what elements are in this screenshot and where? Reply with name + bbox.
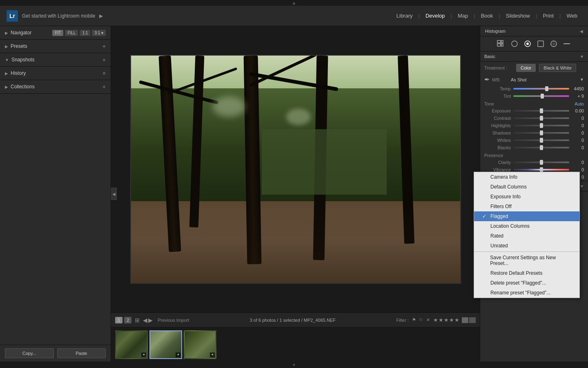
shadows-track[interactable] — [513, 132, 569, 134]
filmstrip-nav-arrows: ◀ ▶ — [143, 317, 153, 323]
menu-flagged[interactable]: ✓ Flagged — [474, 211, 579, 221]
highlights-thumb[interactable] — [540, 123, 543, 128]
thumb-2-badge: ✦ — [176, 352, 180, 357]
nav-library[interactable]: Library — [392, 11, 417, 20]
temp-thumb[interactable] — [545, 86, 548, 91]
menu-filters-off[interactable]: Filters Off — [474, 202, 579, 211]
contrast-thumb[interactable] — [540, 116, 543, 121]
histogram-arrow[interactable]: ◀ — [580, 29, 583, 34]
contrast-track[interactable] — [513, 117, 569, 119]
collections-arrow: ▶ — [5, 85, 8, 89]
circle-icon[interactable] — [510, 39, 519, 49]
color-btn[interactable]: Color — [516, 64, 536, 72]
clarity-track[interactable] — [513, 162, 569, 163]
view-mode-1[interactable] — [462, 317, 468, 323]
menu-camera-info[interactable]: Camera Info — [474, 172, 579, 182]
histogram-header[interactable]: Histogram ◀ — [480, 26, 588, 36]
photo-thumb-1[interactable]: ✦ — [115, 330, 148, 359]
flag-icon[interactable]: ⚑ — [411, 317, 417, 323]
menu-save-current[interactable]: Save Current Settings as New Preset... — [474, 253, 579, 268]
tint-thumb[interactable] — [541, 94, 544, 99]
dash-icon[interactable] — [562, 39, 572, 49]
temp-track[interactable] — [513, 88, 569, 90]
filmstrip-prev-btn[interactable]: ◀ — [143, 317, 147, 323]
blacks-thumb[interactable] — [540, 145, 543, 150]
tint-value: + 9 — [572, 94, 584, 99]
star-filter: ★ ★ ★ ★ ★ — [433, 317, 459, 323]
nav-fill-btn[interactable]: FILL — [65, 30, 78, 36]
collections-header[interactable]: ▶ Collections + — [0, 80, 111, 93]
highlights-label: Highlights — [484, 123, 511, 128]
menu-location-columns[interactable]: Location Columns — [474, 221, 579, 231]
nav-1-1-btn[interactable]: 1:1 — [80, 30, 90, 36]
nav-book[interactable]: Book — [477, 11, 497, 20]
bw-btn[interactable]: Black & White — [539, 64, 576, 72]
flag-x-icon[interactable]: ✕ — [425, 317, 431, 323]
star-4[interactable]: ★ — [449, 317, 454, 323]
star-3[interactable]: ★ — [444, 317, 449, 323]
menu-rated[interactable]: Rated — [474, 231, 579, 241]
menu-restore-default[interactable]: Restore Default Presets — [474, 268, 579, 278]
menu-unrated[interactable]: Unrated — [474, 241, 579, 251]
grid-icon[interactable] — [497, 39, 506, 49]
image-container[interactable] — [111, 26, 480, 312]
nav-print[interactable]: Print — [539, 11, 558, 20]
wb-dropdown-icon[interactable]: ▼ — [580, 77, 584, 82]
nav-web[interactable]: Web — [563, 11, 582, 20]
nav-more-btn[interactable]: 3:1 ▾ — [92, 30, 106, 36]
navigator-header[interactable]: ▶ Navigator FIT FILL 1:1 3:1 ▾ — [0, 26, 111, 39]
rectangle-icon[interactable] — [536, 39, 546, 49]
tint-track[interactable] — [513, 95, 569, 97]
flag-empty-icon[interactable]: ⚐ — [418, 317, 424, 323]
center-area: 1 2 ⊞ ◀ ▶ Previous Import 3 of 6 photos … — [111, 26, 480, 361]
view-mode-2[interactable] — [469, 317, 476, 323]
blacks-track[interactable] — [513, 147, 569, 148]
grid-view-btn[interactable]: ⊞ — [135, 317, 140, 323]
nav-map[interactable]: Map — [454, 11, 472, 20]
clarity-thumb[interactable] — [540, 160, 543, 165]
presets-header[interactable]: ▶ Presets + — [0, 40, 111, 53]
photo-thumb-3[interactable]: ✦ — [184, 330, 216, 359]
menu-delete-preset[interactable]: Delete preset "Flagged"... — [474, 278, 579, 288]
import-label: Previous Import — [158, 318, 189, 323]
paste-button[interactable]: Paste — [57, 348, 106, 358]
collections-add-btn[interactable]: + — [102, 83, 106, 90]
whites-thumb[interactable] — [540, 138, 543, 143]
history-header[interactable]: ▶ History × — [0, 67, 111, 80]
page-2-btn[interactable]: 2 — [124, 317, 131, 323]
menu-default-columns[interactable]: Default Columns — [474, 182, 579, 192]
copy-button[interactable]: Copy... — [5, 348, 54, 358]
highlights-track[interactable] — [513, 125, 569, 126]
whites-track[interactable] — [513, 139, 569, 141]
star-2[interactable]: ★ — [439, 317, 443, 323]
star-5[interactable]: ★ — [454, 317, 459, 323]
menu-exposure-info[interactable]: Exposure Info — [474, 192, 579, 202]
snapshots-header[interactable]: ▼ Snapshots + — [0, 53, 111, 66]
menu-rename-preset[interactable]: Rename preset "Flagged"... — [474, 288, 579, 298]
left-panel-collapse-btn[interactable]: ◀ — [111, 188, 117, 200]
star-1[interactable]: ★ — [433, 317, 438, 323]
circle-outline-icon[interactable] — [549, 39, 559, 49]
history-close-btn[interactable]: × — [102, 70, 106, 76]
exposure-label: Exposure — [484, 108, 511, 113]
nav-slideshow[interactable]: Slideshow — [502, 11, 534, 20]
shadows-thumb[interactable] — [540, 130, 543, 135]
auto-btn[interactable]: Auto — [575, 101, 584, 106]
target-icon[interactable] — [523, 39, 532, 49]
presets-add-btn[interactable]: + — [102, 43, 106, 49]
eyedropper-icon[interactable]: ✒ — [484, 76, 490, 83]
svg-rect-0 — [497, 40, 501, 43]
filmstrip-next-btn[interactable]: ▶ — [148, 317, 153, 323]
vibrance-track[interactable] — [513, 169, 569, 171]
mobile-arrow[interactable]: ▶ — [99, 13, 103, 19]
photo-thumb-2[interactable]: ✦ — [149, 330, 182, 359]
nav-develop[interactable]: Develop — [421, 11, 449, 20]
exposure-track[interactable] — [513, 110, 569, 112]
nav-fit-btn[interactable]: FIT — [52, 30, 63, 36]
bottom-collapse-arrow[interactable]: ▼ — [292, 363, 296, 367]
basic-section-header[interactable]: Basic ▼ — [480, 52, 588, 62]
page-1-btn[interactable]: 1 — [115, 317, 122, 323]
snapshots-add-btn[interactable]: + — [102, 56, 106, 63]
top-collapse-arrow[interactable]: ▲ — [292, 0, 296, 6]
exposure-thumb[interactable] — [540, 108, 543, 113]
